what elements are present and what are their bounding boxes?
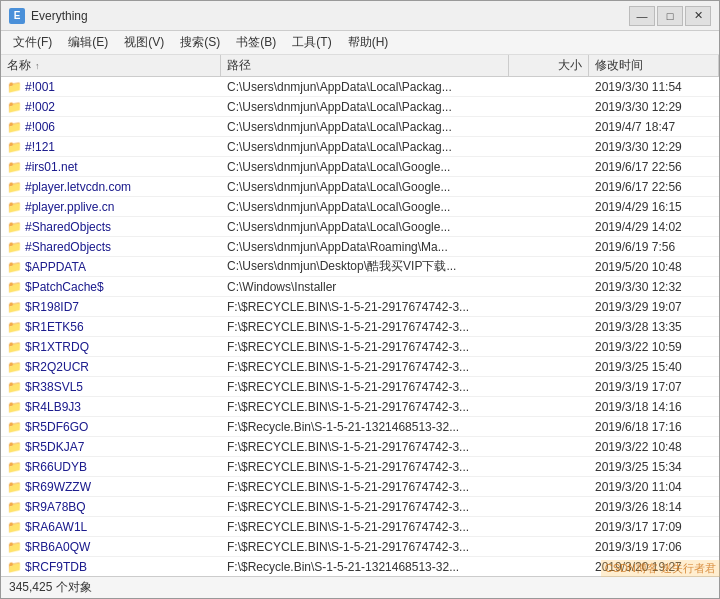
row-path-cell: F:\$RECYCLE.BIN\S-1-5-21-2917674742-3... <box>221 400 509 414</box>
col-header-name[interactable]: 名称 ↑ <box>1 55 221 76</box>
row-modified-cell: 2019/3/17 17:09 <box>589 520 719 534</box>
row-name-text: $APPDATA <box>25 260 86 274</box>
folder-icon: 📁 <box>7 500 21 514</box>
row-name-text: $R9A78BQ <box>25 500 86 514</box>
table-row[interactable]: 📁 $RB6A0QW F:\$RECYCLE.BIN\S-1-5-21-2917… <box>1 537 719 557</box>
row-modified-cell: 2019/3/20 19:27 <box>589 560 719 574</box>
table-row[interactable]: 📁 $R1ETK56 F:\$RECYCLE.BIN\S-1-5-21-2917… <box>1 317 719 337</box>
row-name-cell: 📁 $R69WZZW <box>1 480 221 494</box>
minimize-button[interactable]: — <box>629 6 655 26</box>
row-name-text: $R4LB9J3 <box>25 400 81 414</box>
menu-search[interactable]: 搜索(S) <box>172 31 228 54</box>
folder-icon: 📁 <box>7 140 21 154</box>
table-row[interactable]: 📁 #!121 C:\Users\dnmjun\AppData\Local\Pa… <box>1 137 719 157</box>
row-name-text: $R2Q2UCR <box>25 360 89 374</box>
table-row[interactable]: 📁 $R2Q2UCR F:\$RECYCLE.BIN\S-1-5-21-2917… <box>1 357 719 377</box>
row-name-text: #SharedObjects <box>25 220 111 234</box>
row-name-text: $R1XTRDQ <box>25 340 89 354</box>
menu-file[interactable]: 文件(F) <box>5 31 60 54</box>
row-modified-cell: 2019/4/29 16:15 <box>589 200 719 214</box>
menu-tools[interactable]: 工具(T) <box>284 31 339 54</box>
row-path-cell: C:\Users\dnmjun\AppData\Local\Packag... <box>221 100 509 114</box>
table-row[interactable]: 📁 $APPDATA C:\Users\dnmjun\Desktop\酷我买VI… <box>1 257 719 277</box>
row-path-cell: F:\$RECYCLE.BIN\S-1-5-21-2917674742-3... <box>221 360 509 374</box>
file-list-body[interactable]: 📁 #!001 C:\Users\dnmjun\AppData\Local\Pa… <box>1 77 719 576</box>
row-name-text: #player.pplive.cn <box>25 200 114 214</box>
window-controls: — □ ✕ <box>629 6 711 26</box>
row-name-cell: 📁 #player.pplive.cn <box>1 200 221 214</box>
file-list-container: 名称 ↑ 路径 大小 修改时间 📁 #!001 C:\Users\dnmjun\… <box>1 55 719 576</box>
row-name-cell: 📁 $R198ID7 <box>1 300 221 314</box>
col-header-modified[interactable]: 修改时间 <box>589 55 719 76</box>
table-row[interactable]: 📁 $RA6AW1L F:\$RECYCLE.BIN\S-1-5-21-2917… <box>1 517 719 537</box>
col-header-path[interactable]: 路径 <box>221 55 509 76</box>
table-row[interactable]: 📁 $R5DKJA7 F:\$RECYCLE.BIN\S-1-5-21-2917… <box>1 437 719 457</box>
row-path-cell: F:\$RECYCLE.BIN\S-1-5-21-2917674742-3... <box>221 380 509 394</box>
row-name-cell: 📁 #!006 <box>1 120 221 134</box>
folder-icon: 📁 <box>7 260 21 274</box>
table-row[interactable]: 📁 $R198ID7 F:\$RECYCLE.BIN\S-1-5-21-2917… <box>1 297 719 317</box>
folder-icon: 📁 <box>7 160 21 174</box>
row-name-text: #!001 <box>25 80 55 94</box>
row-path-cell: C:\Users\dnmjun\AppData\Local\Google... <box>221 200 509 214</box>
table-row[interactable]: 📁 #player.pplive.cn C:\Users\dnmjun\AppD… <box>1 197 719 217</box>
menu-view[interactable]: 视图(V) <box>116 31 172 54</box>
row-modified-cell: 2019/3/30 12:29 <box>589 100 719 114</box>
row-name-cell: 📁 #player.letvcdn.com <box>1 180 221 194</box>
row-name-text: $R5DKJA7 <box>25 440 84 454</box>
table-row[interactable]: 📁 $R38SVL5 F:\$RECYCLE.BIN\S-1-5-21-2917… <box>1 377 719 397</box>
menu-edit[interactable]: 编辑(E) <box>60 31 116 54</box>
row-modified-cell: 2019/3/30 11:54 <box>589 80 719 94</box>
row-name-cell: 📁 #SharedObjects <box>1 240 221 254</box>
table-row[interactable]: 📁 $R9A78BQ F:\$RECYCLE.BIN\S-1-5-21-2917… <box>1 497 719 517</box>
folder-icon: 📁 <box>7 240 21 254</box>
table-row[interactable]: 📁 #irs01.net C:\Users\dnmjun\AppData\Loc… <box>1 157 719 177</box>
table-row[interactable]: 📁 #!002 C:\Users\dnmjun\AppData\Local\Pa… <box>1 97 719 117</box>
close-button[interactable]: ✕ <box>685 6 711 26</box>
folder-icon: 📁 <box>7 460 21 474</box>
title-bar: E Everything — □ ✕ <box>1 1 719 31</box>
folder-icon: 📁 <box>7 420 21 434</box>
folder-icon: 📁 <box>7 340 21 354</box>
row-name-text: $R5DF6GO <box>25 420 88 434</box>
row-name-cell: 📁 $R1XTRDQ <box>1 340 221 354</box>
menu-bar: 文件(F) 编辑(E) 视图(V) 搜索(S) 书签(B) 工具(T) 帮助(H… <box>1 31 719 55</box>
row-path-cell: F:\$RECYCLE.BIN\S-1-5-21-2917674742-3... <box>221 340 509 354</box>
row-modified-cell: 2019/3/30 12:29 <box>589 140 719 154</box>
menu-bookmarks[interactable]: 书签(B) <box>228 31 284 54</box>
row-name-cell: 📁 #SharedObjects <box>1 220 221 234</box>
table-row[interactable]: 📁 $R5DF6GO F:\$Recycle.Bin\S-1-5-21-1321… <box>1 417 719 437</box>
table-row[interactable]: 📁 #SharedObjects C:\Users\dnmjun\AppData… <box>1 217 719 237</box>
row-name-cell: 📁 $RCF9TDB <box>1 560 221 574</box>
table-row[interactable]: 📁 #player.letvcdn.com C:\Users\dnmjun\Ap… <box>1 177 719 197</box>
row-modified-cell: 2019/3/19 17:07 <box>589 380 719 394</box>
table-row[interactable]: 📁 $R66UDYB F:\$RECYCLE.BIN\S-1-5-21-2917… <box>1 457 719 477</box>
table-row[interactable]: 📁 $R4LB9J3 F:\$RECYCLE.BIN\S-1-5-21-2917… <box>1 397 719 417</box>
menu-help[interactable]: 帮助(H) <box>340 31 397 54</box>
row-name-cell: 📁 $R4LB9J3 <box>1 400 221 414</box>
row-name-cell: 📁 $R5DKJA7 <box>1 440 221 454</box>
row-path-cell: C:\Users\dnmjun\AppData\Local\Packag... <box>221 80 509 94</box>
table-row[interactable]: 📁 $PatchCache$ C:\Windows\Installer 2019… <box>1 277 719 297</box>
table-row[interactable]: 📁 $R69WZZW F:\$RECYCLE.BIN\S-1-5-21-2917… <box>1 477 719 497</box>
table-row[interactable]: 📁 $RCF9TDB F:\$Recycle.Bin\S-1-5-21-1321… <box>1 557 719 576</box>
folder-icon: 📁 <box>7 180 21 194</box>
col-header-size[interactable]: 大小 <box>509 55 589 76</box>
table-row[interactable]: 📁 $R1XTRDQ F:\$RECYCLE.BIN\S-1-5-21-2917… <box>1 337 719 357</box>
folder-icon: 📁 <box>7 440 21 454</box>
row-path-cell: C:\Users\dnmjun\AppData\Local\Google... <box>221 160 509 174</box>
row-name-cell: 📁 $RA6AW1L <box>1 520 221 534</box>
row-name-text: $R66UDYB <box>25 460 87 474</box>
table-row[interactable]: 📁 #!001 C:\Users\dnmjun\AppData\Local\Pa… <box>1 77 719 97</box>
table-row[interactable]: 📁 #SharedObjects C:\Users\dnmjun\AppData… <box>1 237 719 257</box>
row-modified-cell: 2019/3/25 15:40 <box>589 360 719 374</box>
maximize-button[interactable]: □ <box>657 6 683 26</box>
row-modified-cell: 2019/6/19 7:56 <box>589 240 719 254</box>
folder-icon: 📁 <box>7 320 21 334</box>
row-path-cell: F:\$RECYCLE.BIN\S-1-5-21-2917674742-3... <box>221 520 509 534</box>
sort-arrow-name: ↑ <box>35 61 40 71</box>
table-row[interactable]: 📁 #!006 C:\Users\dnmjun\AppData\Local\Pa… <box>1 117 719 137</box>
main-window: E Everything — □ ✕ 文件(F) 编辑(E) 视图(V) 搜索(… <box>0 0 720 599</box>
row-name-cell: 📁 $R5DF6GO <box>1 420 221 434</box>
row-name-text: $R1ETK56 <box>25 320 84 334</box>
